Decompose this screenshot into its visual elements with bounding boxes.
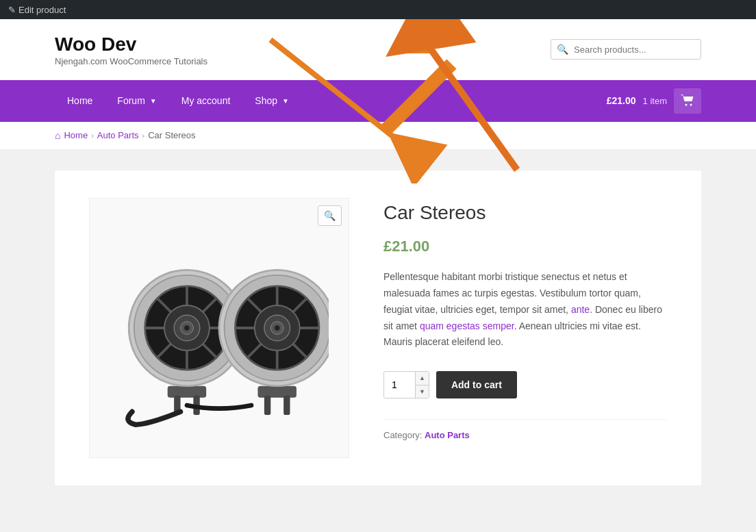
svg-point-1 <box>690 103 692 105</box>
site-branding: Woo Dev Njengah.com WooCommerce Tutorial… <box>55 33 207 66</box>
edit-product-label: Edit product <box>18 5 66 15</box>
svg-point-22 <box>184 325 190 331</box>
qty-input-wrap: ▲ ▼ <box>383 371 429 398</box>
breadcrumb: ⌂ Home › Auto Parts › Car Stereos <box>55 130 701 141</box>
nav-link-myaccount[interactable]: My account <box>169 84 243 117</box>
nav-link-home[interactable]: Home <box>55 84 105 117</box>
search-form: 🔍 <box>551 39 701 60</box>
product-image-wrap: 🔍 <box>89 198 349 458</box>
product-details: Car Stereos £21.00 Pellentesque habitant… <box>383 198 667 441</box>
product-image-area: 🔍 <box>89 198 349 458</box>
svg-rect-9 <box>168 385 206 397</box>
svg-point-0 <box>685 103 688 105</box>
desc-link-quam[interactable]: quam egestas semper <box>420 320 514 331</box>
nav-inner: Home Forum ▼ My account Shop ▼ £21.00 1 … <box>55 80 701 122</box>
nav-link-shop[interactable]: Shop ▼ <box>242 84 301 117</box>
search-input[interactable] <box>574 40 701 59</box>
nav-item-myaccount: My account <box>169 84 243 117</box>
breadcrumb-area: ⌂ Home › Auto Parts › Car Stereos <box>0 122 756 150</box>
nav-item-forum: Forum ▼ <box>105 84 168 117</box>
breadcrumb-sep-1: › <box>91 131 94 140</box>
search-icon: 🔍 <box>551 40 574 59</box>
product-price: £21.00 <box>383 238 667 255</box>
nav-link-forum[interactable]: Forum ▼ <box>105 84 168 117</box>
breadcrumb-current: Car Stereos <box>148 130 195 140</box>
nav-item-shop: Shop ▼ <box>242 84 301 117</box>
qty-buttons: ▲ ▼ <box>415 372 429 398</box>
cart-area: £21.00 1 item <box>607 80 701 122</box>
chevron-down-icon: ▼ <box>150 97 157 105</box>
qty-down-button[interactable]: ▼ <box>416 385 429 398</box>
main-nav: Home Forum ▼ My account Shop ▼ £21.00 1 … <box>0 80 756 122</box>
edit-product-link[interactable]: ✎ Edit product <box>8 5 66 15</box>
svg-rect-24 <box>264 395 270 414</box>
category-label: Category: <box>383 430 422 440</box>
shopping-cart-svg <box>681 94 694 106</box>
admin-bar: ✎ Edit product <box>0 0 756 19</box>
product-description: Pellentesque habitant morbi tristique se… <box>383 269 667 351</box>
nav-menu: Home Forum ▼ My account Shop ▼ <box>55 84 301 117</box>
main-content: 🔍 <box>0 150 756 527</box>
chevron-down-icon: ▼ <box>282 97 289 105</box>
site-header: Woo Dev Njengah.com WooCommerce Tutorial… <box>0 19 756 80</box>
site-title: Woo Dev <box>55 33 207 56</box>
svg-point-36 <box>275 325 280 331</box>
cart-amount: £21.00 <box>607 95 636 106</box>
product-title: Car Stereos <box>383 201 667 225</box>
product-image-svg <box>110 225 329 431</box>
add-to-cart-button[interactable]: Add to cart <box>436 371 517 398</box>
home-icon: ⌂ <box>55 130 60 141</box>
category-link[interactable]: Auto Parts <box>425 430 470 440</box>
site-description: Njengah.com WooCommerce Tutorials <box>55 56 207 66</box>
breadcrumb-sep-2: › <box>142 131 145 140</box>
desc-link-ante[interactable]: ante <box>571 304 590 315</box>
svg-rect-25 <box>284 395 290 414</box>
zoom-icon[interactable]: 🔍 <box>318 205 342 226</box>
cart-icon[interactable] <box>674 88 701 114</box>
product-meta: Category: Auto Parts <box>383 419 667 440</box>
edit-icon: ✎ <box>8 5 16 15</box>
breadcrumb-home[interactable]: Home <box>64 130 88 140</box>
svg-rect-23 <box>257 385 296 397</box>
add-to-cart-row: ▲ ▼ Add to cart <box>383 371 667 398</box>
cart-count: 1 item <box>643 96 667 106</box>
qty-up-button[interactable]: ▲ <box>416 372 429 385</box>
nav-item-home: Home <box>55 84 105 117</box>
breadcrumb-category[interactable]: Auto Parts <box>97 130 139 140</box>
quantity-input[interactable] <box>384 372 415 398</box>
product-container: 🔍 <box>55 170 701 485</box>
